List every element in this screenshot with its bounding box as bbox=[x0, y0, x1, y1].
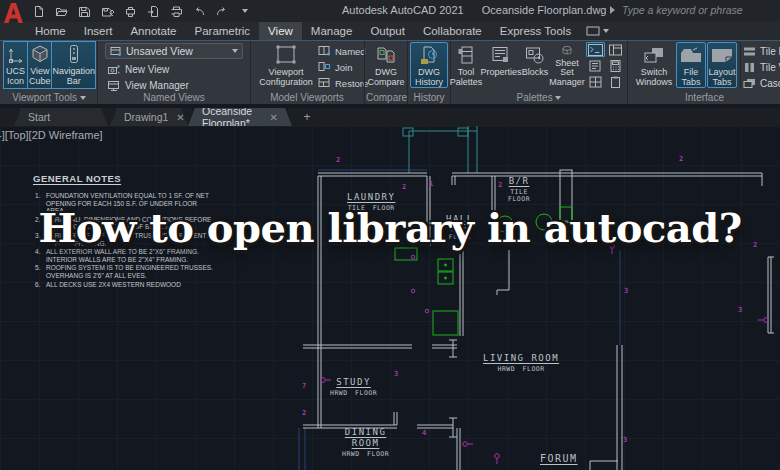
tab-insert[interactable]: Insert bbox=[75, 22, 122, 40]
export-doc-icon bbox=[147, 5, 160, 18]
open-file-button[interactable] bbox=[53, 3, 69, 19]
panel-title[interactable]: Viewport Tools bbox=[2, 92, 96, 103]
panel-title[interactable]: Model Viewports bbox=[252, 92, 362, 103]
new-drawing-tab-button[interactable]: + bbox=[300, 110, 314, 124]
room-label-br: B/R TILE FLOOR bbox=[508, 176, 530, 203]
file-tabs-toggle-button[interactable]: File Tabs bbox=[676, 42, 706, 88]
undo-arrow-icon bbox=[192, 5, 206, 18]
button-label: Switch Windows bbox=[633, 68, 675, 87]
viewport-config-icon bbox=[274, 45, 298, 67]
close-tab-icon[interactable]: ✕ bbox=[176, 112, 184, 123]
viewport-configuration-button[interactable]: Viewport Configuration bbox=[254, 42, 318, 88]
customize-qat-button[interactable] bbox=[237, 3, 253, 19]
undo-button[interactable] bbox=[191, 3, 207, 19]
named-views-dropdown[interactable]: Unsaved View bbox=[105, 43, 243, 59]
button-label: File Tabs bbox=[677, 68, 705, 87]
dwg-compare-button[interactable]: DWG Compare bbox=[368, 42, 404, 88]
switch-windows-button[interactable]: Switch Windows bbox=[632, 42, 676, 88]
ribbon-display-options-button[interactable] bbox=[586, 22, 609, 40]
tile-horizontally-button[interactable]: Tile Horizontally bbox=[743, 44, 780, 58]
view-cube-toggle-button[interactable]: View Cube bbox=[28, 42, 52, 88]
tile-horizontal-icon bbox=[743, 46, 756, 57]
chevron-down-icon bbox=[603, 29, 609, 33]
properties-palette-button[interactable]: Properties bbox=[482, 42, 520, 88]
keynote-marker: 3 bbox=[394, 370, 398, 378]
restore-viewports-button[interactable]: Restore bbox=[318, 76, 368, 90]
join-viewport-icon bbox=[318, 61, 331, 73]
redo-button[interactable] bbox=[214, 3, 230, 19]
search-input[interactable] bbox=[620, 3, 774, 17]
tab-output[interactable]: Output bbox=[361, 22, 414, 40]
panel-interface: Switch Windows File Tabs Layout Tabs Til… bbox=[629, 41, 780, 104]
file-tab-drawing1[interactable]: Drawing1 ✕ bbox=[110, 108, 188, 126]
autocad-logo-icon[interactable] bbox=[2, 1, 24, 25]
tab-express-tools[interactable]: Express Tools bbox=[491, 22, 580, 40]
tool-palettes-button[interactable]: Tool Palettes bbox=[451, 42, 481, 88]
panel-title[interactable]: Compare bbox=[366, 92, 406, 103]
view-manager-button[interactable]: View Manager bbox=[107, 78, 189, 92]
dwg-history-button[interactable]: DWG History bbox=[410, 42, 448, 88]
viewport-controls[interactable]: [-][Top][2D Wireframe] bbox=[0, 129, 103, 141]
tile-vertically-button[interactable]: Tile Vertically bbox=[743, 60, 780, 74]
export-button[interactable] bbox=[145, 3, 161, 19]
panel-viewport-tools: UCS Icon View Cube Navigation Bar Viewpo… bbox=[2, 41, 96, 104]
plot-button[interactable] bbox=[122, 3, 138, 19]
keynote-marker: 2 bbox=[302, 409, 306, 417]
ucs-axes-icon bbox=[6, 44, 26, 66]
button-label: Viewport Configuration bbox=[255, 68, 317, 87]
navigation-bar-toggle-button[interactable]: Navigation Bar bbox=[52, 42, 95, 88]
command-line-button[interactable] bbox=[586, 42, 605, 57]
panel-title[interactable]: Palettes bbox=[451, 92, 627, 103]
panel-separator bbox=[97, 41, 98, 104]
switch-windows-icon bbox=[642, 45, 666, 67]
palette-small-buttons bbox=[586, 42, 625, 89]
named-viewports-button[interactable]: Named bbox=[318, 44, 366, 58]
drawing-canvas[interactable]: [-][Top][2D Wireframe] GENERAL NOTES FOU… bbox=[0, 126, 780, 470]
cascade-button[interactable]: Cascade bbox=[743, 76, 780, 90]
tab-home[interactable]: Home bbox=[26, 22, 75, 40]
design-center-button[interactable] bbox=[606, 42, 625, 57]
app-title: Autodesk AutoCAD 2021 bbox=[342, 4, 464, 16]
tab-collaborate[interactable]: Collaborate bbox=[414, 22, 491, 40]
new-file-button[interactable] bbox=[30, 3, 46, 19]
markup-set-manager-button[interactable] bbox=[586, 58, 605, 73]
ucs-icon-toggle-button[interactable]: UCS Icon bbox=[4, 42, 28, 88]
sheet-set-roll-icon bbox=[556, 45, 578, 58]
tab-parametric[interactable]: Parametric bbox=[186, 22, 260, 40]
panel-title[interactable]: Interface bbox=[629, 92, 780, 103]
save-button[interactable] bbox=[76, 3, 92, 19]
close-tab-icon[interactable]: ✕ bbox=[270, 112, 278, 123]
panel-title[interactable]: History bbox=[409, 92, 449, 103]
sub-separator bbox=[740, 43, 741, 88]
blocks-palette-button[interactable]: Blocks bbox=[521, 42, 549, 88]
file-tab-oceanside-floorplan[interactable]: Oceanside Floorplan* ✕ bbox=[188, 108, 292, 126]
chevron-down-icon bbox=[232, 49, 238, 53]
document-title: Oceanside Floorplan.dwg bbox=[482, 4, 607, 16]
button-label: View Cube bbox=[28, 67, 51, 86]
keynote-marker: 3 bbox=[738, 306, 742, 314]
tab-annotate[interactable]: Annotate bbox=[121, 22, 185, 40]
panel-history: DWG History History bbox=[409, 41, 449, 104]
clipboard-button[interactable] bbox=[606, 74, 625, 89]
join-viewports-button[interactable]: Join bbox=[318, 60, 352, 74]
new-view-button[interactable]: New View bbox=[107, 62, 169, 76]
window-title: Autodesk AutoCAD 2021 Oceanside Floorpla… bbox=[342, 4, 606, 16]
printer-icon bbox=[170, 5, 183, 18]
sheet-set-manager-button[interactable]: Sheet Set Manager bbox=[549, 42, 585, 88]
room-label-study: STUDY HRWD FLOOR bbox=[330, 377, 377, 397]
panel-title[interactable]: Named Views bbox=[99, 92, 249, 103]
file-tab-start[interactable]: Start bbox=[14, 108, 108, 126]
quick-access-toolbar bbox=[30, 3, 253, 19]
panel-compare: DWG Compare Compare bbox=[366, 41, 406, 104]
tab-view[interactable]: View bbox=[259, 22, 302, 40]
chevron-down-icon bbox=[242, 9, 248, 13]
save-as-button[interactable] bbox=[99, 3, 115, 19]
button-label: UCS Icon bbox=[4, 67, 27, 86]
print-button[interactable] bbox=[168, 3, 184, 19]
layout-tabs-toggle-button[interactable]: Layout Tabs bbox=[707, 42, 737, 88]
tab-manage[interactable]: Manage bbox=[302, 22, 362, 40]
tab-label: Start bbox=[28, 111, 50, 123]
count-button[interactable] bbox=[586, 74, 605, 89]
quickcalc-button[interactable] bbox=[606, 58, 625, 73]
tab-label: Drawing1 bbox=[124, 111, 168, 123]
